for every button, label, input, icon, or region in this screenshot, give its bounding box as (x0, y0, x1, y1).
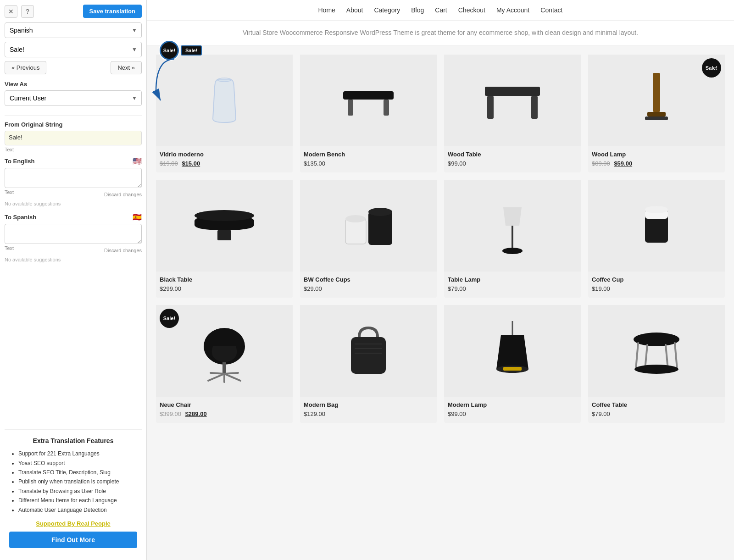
nav-my-account[interactable]: My Account (496, 6, 529, 14)
nav-blog[interactable]: Blog (411, 6, 424, 14)
svg-rect-24 (222, 362, 226, 374)
to-english-row: To English 🇺🇸 (5, 157, 142, 166)
product-card: Wood Table $99.00 (444, 55, 581, 172)
svg-rect-6 (487, 96, 494, 119)
english-translation-input[interactable] (5, 168, 142, 188)
price-old: $19.00 (160, 160, 178, 167)
spanish-flag: 🇪🇸 (133, 213, 142, 222)
product-name-bench: Modern Bench (304, 151, 433, 158)
product-card: BW Coffee Cups $29.00 (300, 180, 437, 298)
product-image-round-table (588, 305, 725, 397)
product-image-cups (300, 180, 437, 272)
discard-english-link[interactable]: Discard changes (104, 192, 142, 197)
product-name-wood-table: Wood Table (448, 151, 577, 158)
nav-home[interactable]: Home (318, 6, 335, 14)
product-info-wood-table: Wood Table $99.00 (444, 146, 581, 172)
nav-checkout[interactable]: Checkout (458, 6, 485, 14)
svg-rect-18 (512, 226, 513, 251)
svg-line-29 (224, 373, 238, 374)
orig-field-type: Text (5, 147, 142, 152)
svg-rect-12 (217, 230, 231, 240)
svg-rect-8 (653, 73, 660, 112)
product-info-pendant-lamp: Modern Lamp $99.00 (444, 397, 581, 423)
save-translation-button[interactable]: Save translation (83, 5, 142, 18)
list-item: Support for 221 Extra Languages (18, 449, 137, 458)
svg-point-14 (345, 215, 366, 222)
product-image-vidrio (156, 55, 293, 146)
product-image-table-lamp (444, 180, 581, 272)
product-image-coffee-cup (588, 180, 725, 272)
svg-rect-2 (343, 91, 394, 100)
spanish-translation-input[interactable] (5, 224, 142, 244)
panel-header: ✕ ? Save translation (5, 5, 142, 18)
svg-point-19 (502, 248, 523, 254)
extra-features-list: Support for 221 Extra Languages Yoast SE… (9, 449, 137, 515)
svg-rect-5 (485, 87, 540, 96)
to-spanish-label: To Spanish (5, 214, 36, 221)
find-out-more-button[interactable]: Find Out More (9, 532, 137, 548)
svg-point-22 (645, 206, 668, 213)
product-name-coffee-cup: Coffee Cup (592, 276, 721, 283)
extra-features-title: Extra Translation Features (9, 437, 137, 444)
product-name-cups: BW Coffee Cups (304, 276, 433, 283)
product-card: Sale! Sale! Vidrio mod (156, 55, 293, 172)
product-info-table-lamp: Table Lamp $79.00 (444, 272, 581, 298)
svg-rect-37 (503, 367, 522, 371)
view-as-select[interactable]: Current User Guest Administrator (5, 90, 142, 106)
string-select[interactable]: Sale! Add to cart (5, 42, 142, 57)
product-info-cups: BW Coffee Cups $29.00 (300, 272, 437, 298)
product-info-wood-lamp: Wood Lamp $89.00 $59.00 (588, 146, 725, 172)
next-button[interactable]: Next » (111, 61, 142, 74)
product-image-wood-table (444, 55, 581, 146)
panel-top-left: ✕ ? (5, 5, 34, 18)
list-item: Translate by Browsing as User Role (18, 487, 137, 496)
nav-about[interactable]: About (346, 6, 363, 14)
product-image-pendant-lamp (444, 305, 581, 397)
svg-point-16 (368, 208, 392, 216)
close-button[interactable]: ✕ (5, 5, 17, 18)
list-item: Different Menu Items for each Language (18, 496, 137, 505)
nav-cart[interactable]: Cart (435, 6, 447, 14)
product-price-pendant-lamp: $99.00 (448, 410, 577, 417)
product-image-black-table (156, 180, 293, 272)
spanish-field-type: Text (5, 245, 14, 251)
product-info-chair: Neue Chair $399.00 $289.00 (156, 397, 293, 423)
store-navigation: Home About Category Blog Cart Checkout M… (147, 0, 734, 21)
divider-1 (5, 115, 142, 116)
translation-panel: ✕ ? Save translation Spanish French Germ… (0, 0, 147, 560)
product-name-black-table: Black Table (160, 276, 289, 283)
nav-category[interactable]: Category (374, 6, 400, 14)
nav-contact[interactable]: Contact (540, 6, 562, 14)
product-card: Modern Lamp $99.00 (444, 305, 581, 423)
view-as-label: View As (5, 81, 142, 88)
svg-point-38 (634, 333, 679, 346)
help-button[interactable]: ? (21, 5, 34, 18)
previous-button[interactable]: « Previous (5, 61, 46, 74)
products-wrapper: Sale! Sale! Vidrio mod (156, 55, 725, 423)
product-info-bag: Modern Bag $129.00 (300, 397, 437, 423)
discard-spanish-link[interactable]: Discard changes (104, 248, 142, 253)
view-as-selector-wrap: Current User Guest Administrator ▼ (5, 90, 142, 106)
product-card: Modern Bench $135.00 (300, 55, 437, 172)
svg-rect-7 (531, 96, 538, 119)
string-selector-wrap: Sale! Add to cart ▼ (5, 42, 142, 57)
product-price-wood-table: $99.00 (448, 160, 577, 167)
svg-line-25 (208, 374, 224, 381)
price-new: $289.00 (185, 410, 207, 417)
close-icon: ✕ (8, 8, 14, 15)
supported-by-real-people-text: Supported By Real People (9, 520, 137, 527)
product-price-bench: $135.00 (304, 160, 433, 167)
english-flag: 🇺🇸 (133, 157, 142, 166)
svg-line-26 (224, 374, 240, 381)
sale-badge-pointer: Sale! (163, 48, 175, 53)
product-info-black-table: Black Table $299.00 (156, 272, 293, 298)
svg-rect-30 (351, 337, 386, 374)
language-select[interactable]: Spanish French German (5, 22, 142, 38)
store-tagline: Virtual Store Woocommerce Responsive Wor… (147, 21, 734, 45)
product-info-vidrio: Vidrio moderno $19.00 $15.00 (156, 146, 293, 172)
product-price-bag: $129.00 (304, 410, 433, 417)
product-price-black-table: $299.00 (160, 285, 289, 292)
product-name-table-lamp: Table Lamp (448, 276, 577, 283)
no-suggestions-es: No available suggestions (5, 257, 142, 262)
svg-rect-15 (368, 212, 392, 245)
